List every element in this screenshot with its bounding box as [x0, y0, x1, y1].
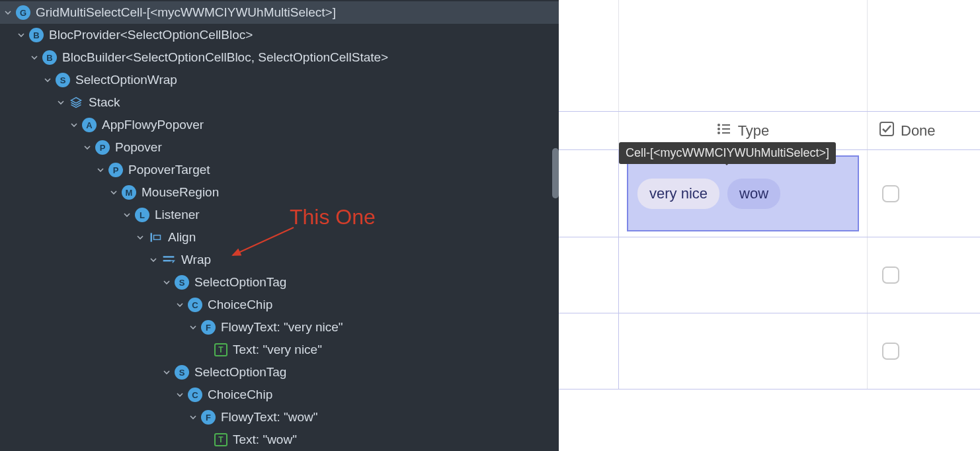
tree-node[interactable]: GGridMultiSelectCell-[<mycWWMCIYWUhMulti…: [0, 1, 559, 24]
tree-node[interactable]: LListener: [0, 204, 559, 226]
tree-node-label: Align: [168, 230, 196, 245]
checkbox-unchecked[interactable]: [882, 266, 899, 284]
text-widget-badge: T: [214, 433, 227, 446]
tree-node-label: BlocProvider<SelectOptionCellBloc>: [49, 28, 253, 42]
chevron-down-icon[interactable]: [122, 212, 132, 218]
tree-node-label: Popover: [115, 140, 162, 155]
widget-badge: F: [201, 320, 216, 335]
tree-node[interactable]: SSelectOptionTag: [0, 361, 559, 384]
data-grid: Type Cell-[<mycWWMCIYWUhMultiSelect>] Do…: [559, 0, 980, 390]
grid-cell[interactable]: [559, 150, 619, 237]
svg-point-7: [717, 128, 720, 130]
tree-node-label: Listener: [155, 208, 200, 222]
tree-node[interactable]: Align: [0, 226, 559, 249]
tree-node-label: AppFlowyPopover: [102, 118, 204, 132]
chevron-down-icon[interactable]: [82, 144, 93, 151]
tree-node[interactable]: Stack: [0, 91, 559, 114]
tree-node-label: Text: "wow": [233, 432, 297, 447]
grid-row[interactable]: [559, 237, 980, 313]
tree-node[interactable]: AAppFlowyPopover: [0, 114, 559, 136]
tree-node-label: ChoiceChip: [208, 298, 272, 312]
tree-node[interactable]: CChoiceChip: [0, 294, 559, 316]
wrap-icon: [161, 253, 176, 267]
tree-node-label: Text: "very nice": [233, 343, 322, 357]
tree-node-label: FlowyText: "very nice": [221, 320, 343, 335]
grid-header-cell-type[interactable]: Type Cell-[<mycWWMCIYWUhMultiSelect>]: [619, 112, 868, 149]
widget-badge: C: [188, 298, 202, 312]
chevron-down-icon[interactable]: [188, 324, 198, 331]
tree-node[interactable]: FFlowyText: "very nice": [0, 316, 559, 339]
chevron-down-icon[interactable]: [175, 391, 185, 398]
svg-rect-8: [722, 128, 730, 130]
tree-node[interactable]: CChoiceChip: [0, 384, 559, 406]
tree-node[interactable]: FFlowyText: "wow": [0, 406, 559, 429]
chevron-down-icon[interactable]: [42, 77, 53, 83]
tree-node-label: BlocBuilder<SelectOptionCellBloc, Select…: [62, 50, 388, 65]
widget-tree-panel: GGridMultiSelectCell-[<mycWWMCIYWUhMulti…: [0, 0, 559, 451]
align-icon: [148, 230, 163, 245]
header-label: Done: [901, 122, 936, 140]
grid-cell[interactable]: [559, 313, 619, 389]
tree-node[interactable]: SSelectOptionTag: [0, 271, 559, 294]
widget-badge: C: [188, 388, 202, 402]
chevron-down-icon[interactable]: [188, 414, 198, 421]
grid-header-cell-done[interactable]: Done: [868, 112, 980, 149]
widget-badge: A: [82, 118, 97, 132]
chevron-down-icon[interactable]: [148, 257, 159, 263]
tree-node[interactable]: PPopover: [0, 136, 559, 159]
tree-node[interactable]: Wrap: [0, 249, 559, 271]
checkbox-unchecked[interactable]: [882, 343, 899, 360]
header-label: Type: [738, 122, 770, 140]
tree-node-label: ChoiceChip: [208, 388, 272, 402]
tree-node[interactable]: BBlocBuilder<SelectOptionCellBloc, Selec…: [0, 46, 559, 69]
widget-badge: P: [108, 163, 123, 177]
svg-point-5: [717, 124, 720, 126]
inspector-tooltip: Cell-[<mycWWMCIYWUhMultiSelect>]: [619, 142, 836, 164]
grid-cell-checkbox[interactable]: [868, 150, 980, 237]
widget-tree-list: GGridMultiSelectCell-[<mycWWMCIYWUhMulti…: [0, 1, 559, 451]
chevron-down-icon[interactable]: [95, 167, 106, 173]
chevron-down-icon[interactable]: [56, 99, 66, 106]
grid-cell[interactable]: [619, 313, 868, 389]
widget-badge: P: [95, 140, 110, 155]
grid-row[interactable]: [559, 313, 980, 389]
tree-node-label: Wrap: [181, 253, 211, 267]
widget-badge: S: [56, 73, 70, 87]
scrollbar-thumb[interactable]: [552, 148, 559, 198]
chevron-down-icon[interactable]: [161, 369, 172, 376]
chevron-down-icon[interactable]: [161, 279, 172, 286]
grid-header-row: Type Cell-[<mycWWMCIYWUhMultiSelect>] Do…: [559, 111, 980, 149]
list-icon: [717, 123, 731, 138]
chevron-down-icon[interactable]: [175, 302, 185, 308]
grid-cell[interactable]: [559, 237, 619, 313]
svg-rect-2: [163, 256, 175, 258]
checkbox-unchecked[interactable]: [882, 185, 899, 202]
chevron-down-icon[interactable]: [3, 9, 13, 16]
select-chip[interactable]: wow: [727, 179, 780, 209]
grid-cell-checkbox[interactable]: [868, 313, 980, 389]
widget-badge: L: [135, 208, 149, 222]
tree-node[interactable]: PPopoverTarget: [0, 159, 559, 181]
tree-node[interactable]: SSelectOptionWrap: [0, 69, 559, 91]
grid-header-cell[interactable]: [559, 112, 619, 149]
tree-node[interactable]: TText: "very nice": [0, 339, 559, 361]
tree-node[interactable]: BBlocProvider<SelectOptionCellBloc>: [0, 24, 559, 46]
tree-node-label: SelectOptionWrap: [75, 73, 177, 87]
svg-rect-6: [722, 124, 730, 126]
text-widget-badge: T: [214, 343, 227, 356]
stack-icon: [69, 95, 83, 110]
chevron-down-icon[interactable]: [16, 32, 26, 38]
svg-rect-3: [163, 260, 171, 262]
widget-badge: B: [29, 28, 44, 42]
select-chip[interactable]: very nice: [637, 179, 719, 209]
app-preview-panel: Type Cell-[<mycWWMCIYWUhMultiSelect>] Do…: [559, 0, 980, 451]
tree-node[interactable]: MMouseRegion: [0, 181, 559, 204]
chevron-down-icon[interactable]: [135, 234, 145, 241]
grid-cell[interactable]: [619, 237, 868, 313]
chevron-down-icon[interactable]: [108, 189, 119, 196]
chevron-down-icon[interactable]: [29, 54, 40, 61]
grid-cell-checkbox[interactable]: [868, 237, 980, 313]
chevron-down-icon[interactable]: [69, 122, 79, 128]
tree-node[interactable]: TText: "wow": [0, 429, 559, 451]
svg-rect-0: [151, 233, 153, 241]
